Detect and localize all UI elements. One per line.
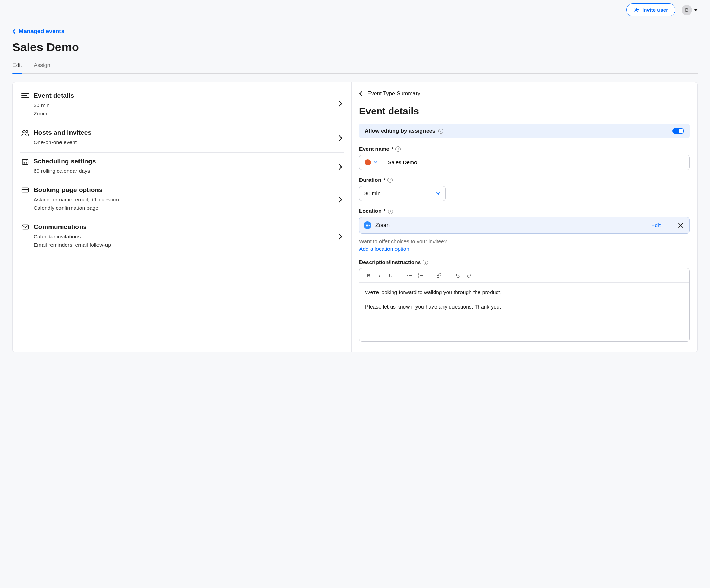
section-sub: 60 rolling calendar days xyxy=(34,168,344,174)
chevron-right-icon xyxy=(338,233,342,240)
svg-point-0 xyxy=(635,8,637,10)
location-label: Location xyxy=(359,208,382,214)
link-button[interactable] xyxy=(434,271,444,279)
rich-text-editor: B I U 123 xyxy=(359,268,690,342)
field-event-name: Event name * i xyxy=(359,146,690,170)
description-label: Description/Instructions xyxy=(359,259,421,265)
editor-toolbar: B I U 123 xyxy=(359,268,689,283)
mail-icon xyxy=(20,224,30,230)
field-duration: Duration * i 30 min xyxy=(359,177,690,201)
color-dot xyxy=(365,159,371,165)
required-mark: * xyxy=(384,208,386,214)
event-name-label: Event name xyxy=(359,146,389,152)
section-sub: 30 min xyxy=(34,102,344,108)
required-mark: * xyxy=(383,177,385,183)
chevron-left-icon xyxy=(12,29,16,34)
section-sub: Calendly confirmation page xyxy=(34,205,344,211)
bold-button[interactable]: B xyxy=(364,271,373,279)
user-plus-icon xyxy=(634,7,639,13)
chevron-down-icon xyxy=(436,192,440,195)
location-remove-button[interactable] xyxy=(673,222,685,228)
allow-editing-toggle[interactable] xyxy=(672,128,684,134)
page-title: Sales Demo xyxy=(12,40,698,54)
underline-button[interactable]: U xyxy=(386,271,395,279)
event-color-picker[interactable] xyxy=(359,155,383,170)
description-p: We're looking forward to walking you thr… xyxy=(365,288,684,296)
svg-point-7 xyxy=(407,275,408,276)
tab-edit[interactable]: Edit xyxy=(12,62,22,73)
svg-rect-4 xyxy=(22,188,28,192)
invite-user-button[interactable]: Invite user xyxy=(626,3,675,16)
svg-point-1 xyxy=(23,131,25,133)
section-sub: One-on-one event xyxy=(34,139,344,145)
section-title: Scheduling settings xyxy=(34,158,344,165)
info-icon[interactable]: i xyxy=(395,146,401,152)
info-icon[interactable]: i xyxy=(388,209,393,214)
info-icon[interactable]: i xyxy=(438,129,443,134)
svg-rect-3 xyxy=(22,160,28,165)
section-sub: Asking for name, email, +1 question xyxy=(34,197,344,203)
section-title: Event details xyxy=(34,92,344,99)
info-icon[interactable]: i xyxy=(423,260,428,265)
info-icon[interactable]: i xyxy=(387,178,393,183)
summary-link-label: Event Type Summary xyxy=(367,91,420,97)
location-box: Zoom Edit xyxy=(359,217,690,234)
chevron-left-icon xyxy=(359,91,363,96)
user-menu[interactable]: B xyxy=(682,5,698,15)
svg-text:3: 3 xyxy=(418,276,419,278)
field-description: Description/Instructions i B I U 123 xyxy=(359,259,690,342)
chevron-right-icon xyxy=(338,100,342,107)
caret-down-icon xyxy=(694,9,698,11)
duration-select[interactable]: 30 min xyxy=(359,186,446,201)
avatar: B xyxy=(682,5,692,15)
panel-left: Event details 30 min Zoom Hosts and invi… xyxy=(13,82,352,352)
separator xyxy=(669,221,669,230)
breadcrumb-managed-events[interactable]: Managed events xyxy=(12,28,64,35)
breadcrumb-label: Managed events xyxy=(19,28,64,35)
invite-user-label: Invite user xyxy=(642,7,668,13)
allow-editing-row: Allow editing by assignees i xyxy=(359,124,690,138)
svg-point-2 xyxy=(26,131,28,132)
bullet-list-button[interactable] xyxy=(404,271,414,279)
section-scheduling-settings[interactable]: Scheduling settings 60 rolling calendar … xyxy=(20,153,344,181)
chevron-right-icon xyxy=(338,163,342,170)
numbered-list-button[interactable]: 123 xyxy=(415,271,425,279)
calendar-icon xyxy=(20,158,30,165)
add-location-link[interactable]: Add a location option xyxy=(359,246,409,252)
location-hint: Want to offer choices to your invitee? xyxy=(359,238,690,245)
svg-point-8 xyxy=(407,277,408,277)
tabs: Edit Assign xyxy=(12,62,698,74)
allow-editing-label: Allow editing by assignees xyxy=(365,128,436,134)
description-p: Please let us know if you have any quest… xyxy=(365,303,684,311)
italic-button[interactable]: I xyxy=(375,271,384,279)
event-type-summary-link[interactable]: Event Type Summary xyxy=(359,91,420,97)
section-sub: Zoom xyxy=(34,111,344,117)
location-edit-button[interactable]: Edit xyxy=(647,222,665,228)
section-title: Communications xyxy=(34,223,344,231)
section-hosts-invitees[interactable]: Hosts and invitees One-on-one event xyxy=(20,124,344,153)
duration-label: Duration xyxy=(359,177,381,183)
card-icon xyxy=(20,187,30,193)
required-mark: * xyxy=(391,146,393,152)
svg-point-6 xyxy=(407,274,408,274)
section-booking-page[interactable]: Booking page options Asking for name, em… xyxy=(20,181,344,218)
duration-value: 30 min xyxy=(364,190,381,197)
tab-assign[interactable]: Assign xyxy=(34,62,50,73)
description-textarea[interactable]: We're looking forward to walking you thr… xyxy=(359,283,689,341)
section-event-details[interactable]: Event details 30 min Zoom xyxy=(20,91,344,124)
section-title: Booking page options xyxy=(34,186,344,194)
right-panel-title: Event details xyxy=(359,106,690,117)
undo-button[interactable] xyxy=(453,271,463,279)
main-panel: Event details 30 min Zoom Hosts and invi… xyxy=(12,82,698,352)
svg-rect-5 xyxy=(22,225,28,229)
people-icon xyxy=(20,130,30,136)
field-location: Location * i Zoom Edit Want to offer cho… xyxy=(359,208,690,252)
zoom-icon xyxy=(364,221,371,229)
chevron-down-icon xyxy=(374,161,377,164)
event-name-input[interactable] xyxy=(383,155,689,170)
section-communications[interactable]: Communications Calendar invitations Emai… xyxy=(20,218,344,255)
chevron-right-icon xyxy=(338,135,342,142)
redo-button[interactable] xyxy=(464,271,474,279)
location-value: Zoom xyxy=(375,222,643,228)
summary-icon xyxy=(20,93,30,98)
